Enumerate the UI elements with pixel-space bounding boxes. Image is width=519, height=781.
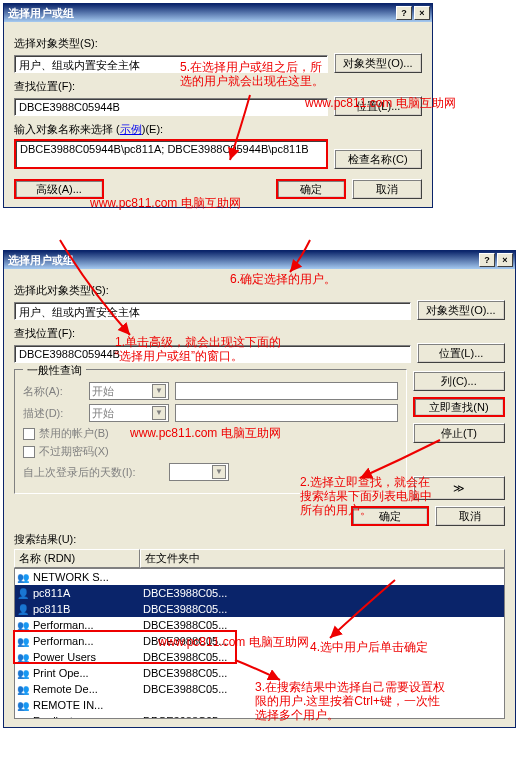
nonexpire-checkbox[interactable]: 不过期密码(X)	[23, 444, 398, 459]
row-name: pc811B	[31, 603, 141, 615]
lastlogin-label: 自上次登录后的天数(I):	[23, 465, 163, 480]
table-row[interactable]: 👥Remote De...DBCE3988C05...	[15, 681, 504, 697]
results-list[interactable]: 名称 (RDN) 在文件夹中 👥NETWORK S...👤pc811ADBCE3…	[14, 549, 505, 719]
cancel-button-2[interactable]: 取消	[435, 506, 505, 526]
disabled-accounts-checkbox[interactable]: 禁用的帐户(B)	[23, 426, 398, 441]
lookin-field-2: DBCE3988C05944B	[14, 345, 411, 363]
user-icon: 👥	[15, 700, 31, 711]
names-input[interactable]: DBCE3988C05944B\pc811A; DBCE3988C05944B\…	[14, 139, 328, 169]
table-row[interactable]: 👥NETWORK S...	[15, 569, 504, 585]
objtype-label-1: 选择对象类型(S):	[14, 36, 422, 51]
title-1: 选择用户或组	[8, 6, 74, 21]
objtype-label-2: 选择此对象类型(S):	[14, 283, 505, 298]
table-row[interactable]: 👤pc811ADBCE3988C05...	[15, 585, 504, 601]
table-row[interactable]: 👥ReplicatorDBCE3988C05...	[15, 713, 504, 719]
objtype-button-2[interactable]: 对象类型(O)...	[417, 300, 505, 320]
titlebar-2: 选择用户或组 ? ×	[4, 251, 515, 269]
location-button-2[interactable]: 位置(L)...	[417, 343, 505, 363]
row-name: NETWORK S...	[31, 571, 141, 583]
row-name: Replicator	[31, 715, 141, 719]
user-icon: 👥	[15, 684, 31, 695]
col-name[interactable]: 名称 (RDN)	[14, 549, 140, 568]
row-folder: DBCE3988C05...	[141, 635, 504, 647]
col-folder[interactable]: 在文件夹中	[140, 549, 505, 568]
findnow-button[interactable]: 立即查找(N)	[413, 397, 505, 417]
chevron-down-icon: ▼	[152, 406, 166, 420]
stop-button[interactable]: 停止(T)	[413, 423, 505, 443]
extra-button[interactable]: ≫	[413, 476, 505, 500]
row-name: Print Ope...	[31, 667, 141, 679]
title-2: 选择用户或组	[8, 253, 74, 268]
close-button-2[interactable]: ×	[497, 253, 513, 267]
row-folder: DBCE3988C05...	[141, 715, 504, 719]
table-row[interactable]: 👥Print Ope...DBCE3988C05...	[15, 665, 504, 681]
query-group-title: 一般性查询	[23, 363, 86, 378]
row-folder: DBCE3988C05...	[141, 587, 504, 599]
row-folder: DBCE3988C05...	[141, 667, 504, 679]
table-row[interactable]: 👤pc811BDBCE3988C05...	[15, 601, 504, 617]
help-button-1[interactable]: ?	[396, 6, 412, 20]
table-row[interactable]: 👥Performan...DBCE3988C05...	[15, 633, 504, 649]
objtype-field-1: 用户、组或内置安全主体	[14, 55, 328, 73]
user-icon: 👥	[15, 652, 31, 663]
row-name: Remote De...	[31, 683, 141, 695]
ok-button-1[interactable]: 确定	[276, 179, 346, 199]
name-label: 名称(A):	[23, 384, 83, 399]
objtype-button-1[interactable]: 对象类型(O)...	[334, 53, 422, 73]
help-button-2[interactable]: ?	[479, 253, 495, 267]
lookin-field-1: DBCE3988C05944B	[14, 98, 328, 116]
cancel-button-1[interactable]: 取消	[352, 179, 422, 199]
results-header: 名称 (RDN) 在文件夹中	[14, 549, 505, 569]
row-name: Performan...	[31, 619, 141, 631]
user-icon: 👥	[15, 572, 31, 583]
name-input[interactable]	[175, 382, 398, 400]
close-button-1[interactable]: ×	[414, 6, 430, 20]
chevron-down-icon: ▼	[152, 384, 166, 398]
location-button-1[interactable]: 位置(L)...	[334, 96, 422, 116]
desc-label: 描述(D):	[23, 406, 83, 421]
checknames-button[interactable]: 检查名称(C)	[334, 149, 422, 169]
titlebar-1: 选择用户或组 ? ×	[4, 4, 432, 22]
user-icon: 👤	[15, 588, 31, 599]
results-label: 搜索结果(U):	[14, 532, 505, 547]
objtype-field-2: 用户、组或内置安全主体	[14, 302, 411, 320]
user-icon: 👥	[15, 716, 31, 720]
lookin-label-2: 查找位置(F):	[14, 326, 505, 341]
row-name: REMOTE IN...	[31, 699, 141, 711]
name-combo[interactable]: 开始▼	[89, 382, 169, 400]
user-icon: 👥	[15, 668, 31, 679]
ok-button-2[interactable]: 确定	[351, 506, 429, 526]
row-name: Performan...	[31, 635, 141, 647]
user-icon: 👥	[15, 636, 31, 647]
row-folder: DBCE3988C05...	[141, 603, 504, 615]
user-icon: 👥	[15, 620, 31, 631]
desc-combo[interactable]: 开始▼	[89, 404, 169, 422]
row-name: Power Users	[31, 651, 141, 663]
dialog-select-user-advanced: 选择用户或组 ? × 选择此对象类型(S): 用户、组或内置安全主体 对象类型(…	[3, 250, 516, 728]
chevron-down-icon: ▼	[212, 465, 226, 479]
names-label-1: 输入对象名称来选择 (示例)(E):	[14, 122, 422, 137]
table-row[interactable]: 👥Performan...DBCE3988C05...	[15, 617, 504, 633]
table-row[interactable]: 👥Power UsersDBCE3988C05...	[15, 649, 504, 665]
columns-button[interactable]: 列(C)...	[413, 371, 505, 391]
table-row[interactable]: 👥REMOTE IN...	[15, 697, 504, 713]
row-folder: DBCE3988C05...	[141, 683, 504, 695]
lastlogin-combo[interactable]: ▼	[169, 463, 229, 481]
dialog-select-user-top: 选择用户或组 ? × 选择对象类型(S): 用户、组或内置安全主体 对象类型(O…	[3, 3, 433, 208]
lookin-label-1: 查找位置(F):	[14, 79, 422, 94]
row-name: pc811A	[31, 587, 141, 599]
row-folder: DBCE3988C05...	[141, 651, 504, 663]
advanced-button[interactable]: 高级(A)...	[14, 179, 104, 199]
desc-input[interactable]	[175, 404, 398, 422]
example-link[interactable]: 示例	[120, 123, 142, 135]
user-icon: 👤	[15, 604, 31, 615]
row-folder: DBCE3988C05...	[141, 619, 504, 631]
